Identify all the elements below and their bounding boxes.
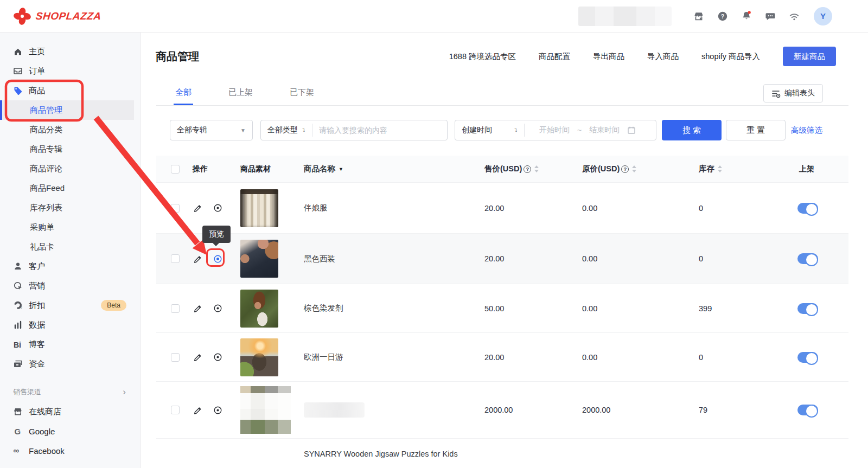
sidebar-subitem-label: 商品评论 [30, 164, 62, 174]
product-name[interactable]: SYNARRY Wooden Jigsaw Puzzles for Kids [304, 450, 484, 458]
sidebar-item-online-store[interactable]: 在线商店 [0, 402, 141, 421]
product-image[interactable] [240, 290, 278, 328]
table-row[interactable]: 棕色染发剂 50.00 0.00 399 [156, 284, 848, 333]
table-row[interactable]: SYNARRY Wooden Jigsaw Puzzles for Kids [156, 439, 848, 468]
sidebar-item-products[interactable]: 商品 [0, 81, 141, 100]
user-avatar[interactable]: Y [814, 7, 832, 25]
sidebar-item-home[interactable]: 主页 [0, 42, 141, 61]
table-row[interactable]: 欧洲一日游 20.00 0.00 0 [156, 333, 848, 382]
table-row[interactable]: 黑色西装 20.00 0.00 0 [156, 234, 848, 284]
row-checkbox[interactable] [171, 204, 180, 213]
column-original-price[interactable]: 原价(USD) ? [582, 164, 699, 174]
product-name[interactable]: 伴娘服 [304, 203, 484, 213]
preview-eye-icon[interactable] [213, 405, 222, 415]
sort-icons[interactable] [632, 165, 636, 172]
product-image[interactable] [240, 240, 278, 278]
sidebar-item-orders[interactable]: 订单 [0, 61, 141, 81]
row-checkbox[interactable] [171, 353, 180, 362]
column-name[interactable]: 商品名称 ▼ [304, 164, 484, 174]
listing-toggle[interactable] [797, 352, 818, 363]
product-name[interactable]: 欧洲一日游 [304, 352, 484, 362]
sidebar-item-product-management[interactable]: 商品管理 [0, 100, 134, 120]
table-row[interactable]: 伴娘服 20.00 0.00 0 [156, 183, 848, 234]
storefront-icon[interactable] [693, 11, 704, 22]
help-icon[interactable]: ? [717, 11, 728, 22]
edit-table-header-button[interactable]: 编辑表头 [763, 84, 823, 102]
listing-toggle[interactable] [797, 405, 818, 415]
product-name[interactable]: 黑色西装 [304, 254, 484, 264]
sidebar-item-label: 博客 [29, 339, 45, 350]
link-export-products[interactable]: 导出商品 [593, 52, 624, 62]
edit-pencil-icon[interactable] [193, 203, 202, 213]
sidebar-item-facebook[interactable]: ∞ Facebook [0, 441, 141, 460]
notification-bell-icon[interactable] [741, 11, 752, 22]
column-stock[interactable]: 库存 [699, 164, 796, 174]
advanced-filter-link[interactable]: 高级筛选 [791, 125, 822, 136]
sidebar-item-marketing[interactable]: 营销 [0, 276, 141, 296]
tab-all[interactable]: 全部 [174, 87, 193, 105]
create-product-button[interactable]: 新建商品 [783, 47, 836, 66]
sidebar-item-blog[interactable]: Bi 博客 [0, 335, 141, 354]
sort-icons[interactable] [718, 165, 722, 172]
link-import-products[interactable]: 导入商品 [647, 52, 679, 62]
product-price: 50.00 [484, 304, 582, 313]
reset-button[interactable]: 重 置 [726, 120, 786, 140]
sidebar-item-product-collections[interactable]: 商品专辑 [0, 139, 141, 159]
select-all-checkbox[interactable] [171, 165, 180, 174]
edit-pencil-icon[interactable] [193, 254, 202, 264]
sidebar-item-product-categories[interactable]: 商品分类 [0, 120, 141, 139]
search-input[interactable] [312, 126, 447, 134]
product-image[interactable] [240, 338, 278, 376]
search-button[interactable]: 搜 索 [662, 120, 722, 140]
listing-toggle[interactable] [797, 203, 818, 214]
chevron-right-icon[interactable]: › [123, 387, 126, 398]
product-image[interactable] [240, 189, 278, 227]
sort-icons[interactable] [534, 165, 539, 172]
link-1688-sourcing[interactable]: 1688 跨境选品专区 [449, 52, 516, 62]
row-checkbox[interactable] [171, 254, 180, 263]
messages-icon[interactable] [765, 11, 776, 22]
sidebar-item-customers[interactable]: 客户 [0, 257, 141, 276]
product-name-blurred[interactable] [304, 402, 365, 418]
sidebar-item-purchase-orders[interactable]: 采购单 [0, 217, 141, 237]
table-row[interactable]: 2000.00 2000.00 79 [156, 382, 848, 439]
sidebar-item-finance[interactable]: 资金 [0, 354, 141, 374]
row-checkbox[interactable] [171, 406, 180, 414]
shoplazza-logo[interactable]: SHOPLAZZA [0, 7, 101, 25]
preview-eye-icon[interactable] [213, 203, 222, 213]
edit-pencil-icon[interactable] [193, 304, 202, 313]
sidebar-item-product-feed[interactable]: 商品Feed [0, 178, 141, 198]
edit-pencil-icon[interactable] [193, 352, 202, 362]
sidebar-item-google[interactable]: G Google [0, 421, 141, 441]
date-end-placeholder: 结束时间 [589, 125, 620, 135]
date-range-input[interactable]: 开始时间 ~ 结束时间 [525, 125, 656, 135]
tab-unlisted[interactable]: 已下架 [288, 87, 316, 105]
listing-toggle[interactable] [797, 253, 818, 264]
link-product-config[interactable]: 商品配置 [539, 52, 570, 62]
sidebar-item-discounts[interactable]: % 折扣 Beta [0, 296, 141, 315]
listing-toggle[interactable] [797, 303, 818, 314]
network-wifi-icon[interactable] [789, 11, 800, 22]
sidebar-item-product-reviews[interactable]: 商品评论 [0, 159, 141, 178]
google-icon: G [13, 426, 23, 436]
preview-eye-icon[interactable] [213, 304, 222, 313]
sidebar-subitem-label: 库存列表 [30, 203, 62, 213]
preview-eye-icon[interactable] [213, 352, 222, 362]
time-type-select[interactable]: 创建时间 ⤵ [455, 120, 524, 140]
type-select[interactable]: 全部类型 ⤵ [261, 120, 312, 140]
edit-pencil-icon[interactable] [193, 405, 202, 415]
header-actions: 1688 跨境选品专区 商品配置 导出商品 导入商品 shopify 商品导入 … [449, 47, 836, 66]
sidebar-item-analytics[interactable]: 数据 [0, 315, 141, 335]
column-action: 操作 [187, 164, 240, 174]
product-name[interactable]: 棕色染发剂 [304, 303, 484, 313]
link-shopify-import[interactable]: shopify 商品导入 [701, 52, 760, 62]
row-checkbox[interactable] [171, 304, 180, 313]
sidebar-item-inventory-list[interactable]: 库存列表 [0, 198, 141, 217]
column-price[interactable]: 售价(USD) ? [484, 164, 582, 174]
tab-listed[interactable]: 已上架 [227, 87, 254, 105]
sidebar-subitem-label: 商品分类 [30, 125, 62, 135]
collection-select[interactable]: 全部专辑 ▼ [170, 120, 253, 140]
product-image-blurred[interactable] [240, 386, 291, 434]
question-circle-icon: ? [621, 165, 629, 173]
sidebar-item-gift-cards[interactable]: 礼品卡 [0, 237, 141, 257]
